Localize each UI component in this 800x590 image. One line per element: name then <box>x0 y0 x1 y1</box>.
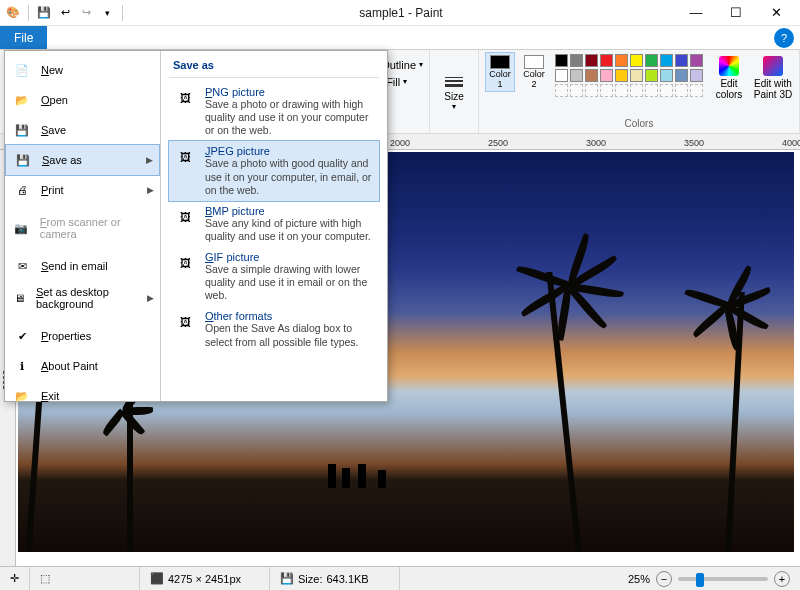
file-menu-left: 📄New📂Open💾Save💾Save as▶🖨Print▶📷From scan… <box>5 51 161 401</box>
palette-color[interactable] <box>615 84 628 97</box>
edit-colors-icon <box>719 56 739 76</box>
file-menu-label: Save as <box>42 154 82 166</box>
palette-color[interactable] <box>630 69 643 82</box>
palette-color[interactable] <box>690 84 703 97</box>
saveas-option-desc: Save a photo with good quality and use i… <box>205 157 375 196</box>
palette-color[interactable] <box>600 84 613 97</box>
color-2-button[interactable]: Color 2 <box>519 52 549 92</box>
file-menu-item-exit[interactable]: 📂Exit <box>5 381 160 411</box>
palette-color[interactable] <box>570 84 583 97</box>
palette-color[interactable] <box>585 84 598 97</box>
close-button[interactable]: ✕ <box>756 0 796 26</box>
selection-cell: ⬚ <box>30 567 140 590</box>
submenu-arrow-icon: ▶ <box>147 185 154 195</box>
saveas-option-png[interactable]: 🖼PNG pictureSave a photo or drawing with… <box>169 82 379 141</box>
palette-color[interactable] <box>645 54 658 67</box>
colors-group: Color 1 Color 2 Edit colors Edit with Pa… <box>479 50 800 133</box>
cursor-pos-cell: ✛ <box>0 567 30 590</box>
file-menu-item-email[interactable]: ✉Send in email <box>5 251 160 281</box>
menu-bar: File ? <box>0 26 800 50</box>
saveas-option-desc: Save a simple drawing with lower quality… <box>205 263 375 302</box>
palette-color[interactable] <box>660 54 673 67</box>
saveas-option-title: BMP picture <box>205 205 375 217</box>
zoom-slider[interactable] <box>678 577 768 581</box>
color-1-button[interactable]: Color 1 <box>485 52 515 92</box>
palette-color[interactable] <box>630 54 643 67</box>
palette-color[interactable] <box>585 54 598 67</box>
zoom-controls: 25% − + <box>618 571 800 587</box>
saveas-option-bmp[interactable]: 🖼BMP pictureSave any kind of picture wit… <box>169 201 379 247</box>
palette-color[interactable] <box>675 69 688 82</box>
palette-color[interactable] <box>675 84 688 97</box>
saveas-option-jpeg[interactable]: 🖼JPEG pictureSave a photo with good qual… <box>168 140 380 201</box>
saveas-icon: 💾 <box>12 150 34 170</box>
ruler-tick: 4000 <box>782 134 800 149</box>
palette-color[interactable] <box>645 69 658 82</box>
selection-icon: ⬚ <box>40 572 50 585</box>
file-menu-item-desktop[interactable]: 🖥Set as desktop background▶ <box>5 281 160 315</box>
disk-icon: 💾 <box>280 572 294 585</box>
file-menu-item-about[interactable]: ℹAbout Paint <box>5 351 160 381</box>
undo-quick-icon[interactable]: ↩ <box>56 4 74 22</box>
file-menu-item-open[interactable]: 📂Open <box>5 85 160 115</box>
palette-color[interactable] <box>600 54 613 67</box>
qat-dropdown-icon[interactable]: ▾ <box>98 4 116 22</box>
palette-color[interactable] <box>660 69 673 82</box>
palette-color[interactable] <box>690 69 703 82</box>
paint-3d-button[interactable]: Edit with Paint 3D <box>753 52 793 100</box>
file-menu: 📄New📂Open💾Save💾Save as▶🖨Print▶📷From scan… <box>4 50 388 402</box>
palette-color[interactable] <box>630 84 643 97</box>
file-menu-label: Save <box>41 124 66 136</box>
size-button[interactable]: Size ▾ <box>436 73 472 111</box>
palette-color[interactable] <box>570 54 583 67</box>
help-icon[interactable]: ? <box>774 28 794 48</box>
file-menu-button[interactable]: File <box>0 26 47 49</box>
file-menu-item-properties[interactable]: ✔Properties <box>5 321 160 351</box>
window-title: sample1 - Paint <box>126 6 676 20</box>
size-group: Size ▾ <box>430 50 479 133</box>
save-quick-icon[interactable]: 💾 <box>35 4 53 22</box>
file-menu-label: Send in email <box>41 260 108 272</box>
saveas-option-gif[interactable]: 🖼GIF pictureSave a simple drawing with l… <box>169 247 379 306</box>
palette-color[interactable] <box>570 69 583 82</box>
palette-color[interactable] <box>585 69 598 82</box>
palette-color[interactable] <box>615 54 628 67</box>
file-menu-item-saveas[interactable]: 💾Save as▶ <box>5 144 160 176</box>
print-icon: 🖨 <box>11 180 33 200</box>
palette-color[interactable] <box>645 84 658 97</box>
file-menu-label: New <box>41 64 63 76</box>
saveas-option-title: PNG picture <box>205 86 375 98</box>
file-menu-label: Properties <box>41 330 91 342</box>
zoom-in-button[interactable]: + <box>774 571 790 587</box>
zoom-thumb[interactable] <box>696 573 704 587</box>
minimize-button[interactable]: — <box>676 0 716 26</box>
palette-color[interactable] <box>555 84 568 97</box>
redo-quick-icon[interactable]: ↪ <box>77 4 95 22</box>
maximize-button[interactable]: ☐ <box>716 0 756 26</box>
saveas-option-title: Other formats <box>205 310 375 322</box>
zoom-out-button[interactable]: − <box>656 571 672 587</box>
saveas-option-other[interactable]: 🖼Other formatsOpen the Save As dialog bo… <box>169 306 379 352</box>
submenu-arrow-icon: ▶ <box>146 155 153 165</box>
edit-colors-button[interactable]: Edit colors <box>709 52 749 100</box>
file-menu-item-new[interactable]: 📄New <box>5 55 160 85</box>
save-as-header: Save as <box>169 57 379 78</box>
palette-color[interactable] <box>690 54 703 67</box>
new-icon: 📄 <box>11 60 33 80</box>
title-bar: 🎨 💾 ↩ ↪ ▾ sample1 - Paint — ☐ ✕ <box>0 0 800 26</box>
file-menu-item-save[interactable]: 💾Save <box>5 115 160 145</box>
exit-icon: 📂 <box>11 386 33 406</box>
file-menu-label: Set as desktop background <box>36 286 139 310</box>
palette-color[interactable] <box>555 54 568 67</box>
save-icon: 💾 <box>11 120 33 140</box>
file-menu-item-print[interactable]: 🖨Print▶ <box>5 175 160 205</box>
palette-color[interactable] <box>555 69 568 82</box>
email-icon: ✉ <box>11 256 33 276</box>
filesize-cell: 💾Size: 643.1KB <box>270 567 400 590</box>
palette-color[interactable] <box>600 69 613 82</box>
palette-color[interactable] <box>615 69 628 82</box>
palette-color[interactable] <box>675 54 688 67</box>
scanner-icon: 📷 <box>11 218 32 238</box>
jpeg-format-icon: 🖼 <box>173 145 197 169</box>
palette-color[interactable] <box>660 84 673 97</box>
